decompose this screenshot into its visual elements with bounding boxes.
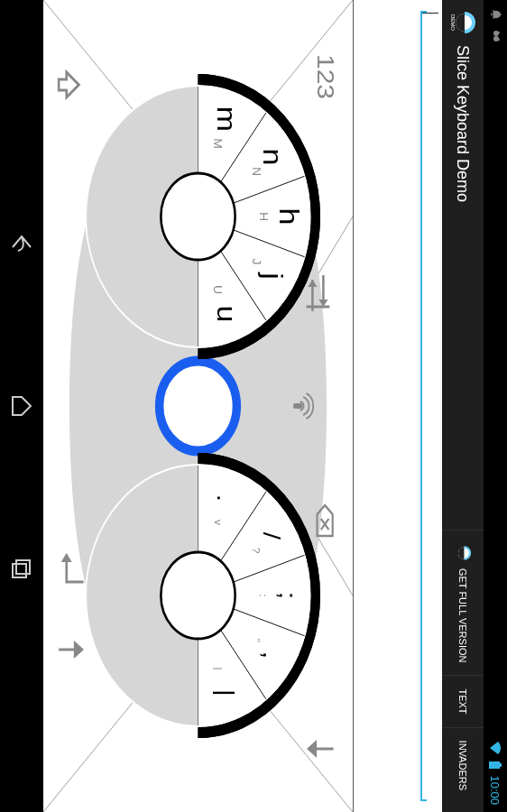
recent-apps-button[interactable] — [4, 550, 40, 586]
app-title: Slice Keyboard Demo — [454, 45, 473, 530]
slice-keyboard[interactable]: u U j J h H n N m M — [43, 0, 354, 812]
slice-left-2-big[interactable]: h — [273, 208, 303, 226]
status-time: 10:00 — [489, 775, 502, 805]
wifi-icon — [489, 741, 502, 755]
back-button[interactable] — [4, 226, 40, 262]
svg-rect-17 — [293, 403, 302, 409]
caret — [422, 13, 438, 14]
slice-left-3-small: N — [250, 167, 263, 176]
text-input[interactable] — [420, 11, 438, 801]
svg-rect-5 — [501, 763, 502, 767]
svg-point-0 — [493, 31, 499, 36]
slice-left-0-big[interactable]: u — [211, 306, 241, 323]
slice-right-4-small: v — [214, 520, 224, 525]
invaders-tab[interactable]: INVADERS — [442, 727, 484, 803]
center-thumb-ring[interactable] — [160, 361, 237, 451]
slice-left-3-big[interactable]: n — [258, 149, 288, 166]
slice-left-2-small: H — [257, 212, 270, 221]
slice-left-4-small: M — [211, 138, 224, 149]
svg-rect-4 — [490, 761, 501, 769]
svg-rect-2 — [498, 32, 500, 33]
slice-right-2-small: : — [258, 594, 268, 596]
slice-right-0-small: | — [214, 667, 224, 669]
notification-icon — [488, 7, 502, 22]
invaders-tab-label: INVADERS — [457, 741, 468, 790]
navigation-bar — [0, 0, 43, 812]
svg-rect-40 — [13, 564, 26, 577]
svg-point-1 — [493, 36, 499, 42]
slice-right-1-big[interactable]: , — [259, 651, 285, 659]
status-bar: 10:00 — [484, 0, 507, 812]
slice-right-0-big[interactable]: | — [212, 689, 238, 697]
slice-left-0-small: U — [211, 285, 224, 294]
down-arrow-key[interactable] — [309, 743, 333, 755]
notification-icon-2 — [488, 29, 502, 43]
svg-text:DEMO: DEMO — [450, 14, 456, 31]
svg-rect-3 — [498, 39, 500, 41]
slice-right-2-big[interactable]: ; — [274, 592, 300, 599]
action-bar: DEMO Slice Keyboard Demo GET FULL VERSIO… — [442, 0, 484, 812]
slice-left-1-big[interactable]: j — [258, 272, 288, 280]
battery-icon — [489, 761, 502, 770]
svg-point-31 — [161, 552, 235, 639]
app-icon: DEMO — [449, 9, 476, 36]
numbers-key[interactable]: 123 — [313, 54, 339, 99]
text-tab[interactable]: TEXT — [442, 675, 484, 726]
slice-right-3-small: ? — [251, 548, 261, 554]
get-full-version-button[interactable]: GET FULL VERSION — [442, 530, 484, 676]
slice-right-4-big[interactable]: . — [212, 494, 238, 502]
svg-point-24 — [161, 173, 235, 260]
get-full-label: GET FULL VERSION — [457, 568, 468, 663]
text-tab-label: TEXT — [457, 688, 468, 714]
slice-left-4-big[interactable]: m — [211, 106, 241, 132]
shift-key[interactable] — [59, 72, 78, 97]
up-arrow-key[interactable] — [59, 643, 82, 656]
home-button[interactable] — [4, 388, 40, 424]
svg-rect-39 — [16, 560, 30, 574]
slice-right-1-small: " — [251, 639, 261, 642]
slice-left-1-small: J — [250, 259, 263, 265]
slice-right-3-big[interactable]: / — [259, 532, 285, 540]
